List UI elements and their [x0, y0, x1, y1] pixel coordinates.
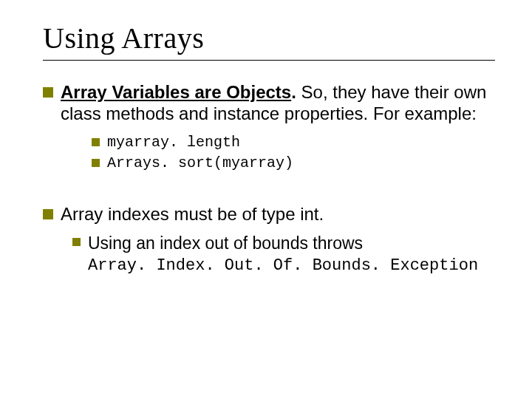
- title-rule: [43, 60, 495, 61]
- slide-content: Array Variables are Objects.. So, they h…: [43, 81, 495, 276]
- sub-bullet-item: myarray. length: [92, 134, 495, 151]
- square-bullet-icon: [92, 138, 100, 146]
- sub-list: myarray. length Arrays. sort(myarray): [92, 131, 495, 186]
- code-text: Arrays. sort(myarray): [107, 154, 293, 172]
- sub-bullet-text: Using an index out of bounds throws Arra…: [88, 233, 478, 276]
- code-text: Array. Index. Out. Of. Bounds. Exception: [88, 256, 478, 275]
- square-bullet-icon: [43, 87, 53, 98]
- code-text: myarray. length: [107, 134, 240, 151]
- sub-bullet-item: Arrays. sort(myarray): [92, 154, 495, 172]
- slide: Using Arrays Array Variables are Objects…: [0, 0, 532, 399]
- bullet-text: Array Variables are Objects.. So, they h…: [61, 81, 495, 125]
- square-bullet-icon: [92, 159, 100, 167]
- slide-title: Using Arrays: [43, 21, 495, 55]
- sub-list: Using an index out of bounds throws Arra…: [72, 231, 495, 276]
- bullet-item: Array Variables are Objects.. So, they h…: [43, 81, 495, 125]
- bullet-text: Array indexes must be of type int.: [61, 203, 324, 225]
- sub-text: Using an index out of bounds throws: [88, 233, 363, 253]
- sub-bullet-item: Using an index out of bounds throws Arra…: [72, 233, 495, 276]
- square-bullet-icon: [43, 209, 53, 219]
- square-bullet-icon: [72, 238, 81, 246]
- bullet-item: Array indexes must be of type int.: [43, 203, 495, 225]
- emphasis-text: Array Variables are Objects: [61, 82, 291, 102]
